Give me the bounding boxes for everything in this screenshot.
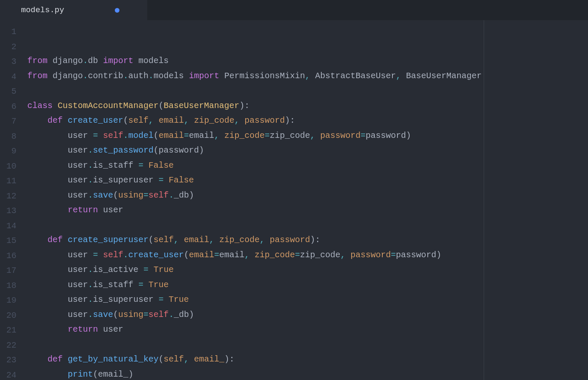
token-param: password [244, 116, 285, 125]
token-kw: import [103, 56, 133, 66]
line-number: 5 [0, 84, 27, 99]
token-op: . [88, 265, 93, 274]
token-op: = [143, 190, 148, 200]
token-param: self [164, 354, 184, 364]
token-const: False [148, 161, 174, 170]
token-plain: BaseUserManager [401, 71, 482, 81]
token-fn: set_password [93, 145, 154, 155]
token-op: = [93, 131, 98, 140]
tab-models-py[interactable]: models.py [0, 0, 147, 20]
token-op: = [295, 250, 300, 260]
token-plain: user [98, 205, 123, 215]
token-param: self [128, 116, 148, 125]
token-plain: ): [224, 354, 234, 364]
token-fn: save [93, 190, 113, 200]
code-line[interactable]: user.is_superuser = True [27, 292, 588, 307]
token-plain: ): [285, 116, 295, 125]
code-line[interactable]: def create_user(self, email, zip_code, p… [27, 113, 588, 128]
line-number: 15 [0, 233, 27, 248]
code-line[interactable]: from django.db import models [27, 53, 588, 69]
token-plain: is_superuser [93, 295, 159, 304]
line-number: 6 [0, 99, 27, 114]
tab-bar: models.py [0, 0, 588, 20]
token-plain: user [27, 190, 88, 200]
token-plain: ( [159, 101, 164, 111]
token-plain: auth [128, 71, 148, 81]
token-param: zip_code [254, 250, 295, 260]
line-number-gutter: 123456789101112131415161718192021222324 [0, 20, 27, 380]
code-line[interactable]: print(email_) [27, 367, 588, 380]
token-plain [249, 250, 254, 260]
token-op: = [93, 250, 98, 260]
token-plain: email [189, 131, 214, 140]
token-plain [27, 116, 48, 125]
code-line[interactable] [27, 83, 588, 98]
token-plain [143, 161, 148, 170]
code-line[interactable]: user.is_superuser = False [27, 173, 588, 188]
code-line[interactable] [27, 218, 588, 233]
token-fn: create_user [128, 250, 184, 260]
token-plain: ( [154, 131, 159, 140]
token-param: zip_code [224, 131, 265, 140]
line-number: 21 [0, 323, 27, 338]
code-line[interactable]: def create_superuser(self, email, zip_co… [27, 232, 588, 248]
token-kw: from [27, 71, 48, 81]
code-line[interactable]: user.save(using=self._db) [27, 188, 588, 203]
token-param: email [189, 250, 214, 260]
code-line[interactable]: user.is_staff = True [27, 277, 588, 293]
token-op: = [159, 175, 164, 185]
code-line[interactable]: from django.contrib.auth.models import P… [27, 69, 588, 84]
token-op: . [123, 250, 128, 260]
code-line[interactable]: user.is_active = True [27, 262, 588, 277]
code-line[interactable]: def get_by_natural_key(self, email_): [27, 352, 588, 367]
token-plain [27, 205, 68, 215]
code-line[interactable] [27, 337, 588, 352]
token-plain: ( [184, 250, 189, 260]
token-op: . [83, 71, 88, 81]
code-editor[interactable]: 123456789101112131415161718192021222324 … [0, 20, 588, 380]
token-kw: def [48, 116, 63, 125]
token-plain [27, 369, 68, 379]
token-plain: ): [239, 101, 249, 111]
token-plain: is_superuser [93, 175, 159, 185]
token-op: . [123, 131, 128, 140]
token-plain [164, 175, 169, 185]
code-line[interactable]: return user [27, 203, 588, 218]
line-number: 22 [0, 338, 27, 353]
code-line[interactable]: class CustomAccountManager(BaseUserManag… [27, 98, 588, 113]
token-op: , [184, 116, 189, 125]
token-cls: BaseUserManager [164, 101, 239, 111]
code-line[interactable]: user.is_staff = False [27, 158, 588, 173]
token-self: self [103, 131, 123, 140]
token-plain [189, 116, 194, 125]
code-line[interactable]: user = self.create_user(email=email, zip… [27, 248, 588, 263]
token-fn: create_user [68, 116, 123, 125]
code-line[interactable]: user = self.model(email=email, zip_code=… [27, 128, 588, 143]
token-param: using [118, 190, 143, 200]
token-kw: import [189, 71, 219, 81]
line-number: 11 [0, 174, 27, 189]
token-op: , [310, 131, 315, 140]
token-plain [214, 235, 219, 245]
code-line[interactable]: user.save(using=self._db) [27, 307, 588, 322]
token-plain: ( [113, 310, 118, 319]
token-plain: ( [123, 116, 128, 125]
token-plain: is_active [93, 265, 143, 274]
token-fn: model [128, 131, 154, 140]
token-plain: ( [113, 190, 118, 200]
code-line[interactable]: user.set_password(password) [27, 143, 588, 158]
token-op: = [143, 310, 148, 319]
token-kw: class [27, 101, 53, 111]
token-op: , [396, 71, 401, 81]
token-plain: (email_) [93, 369, 133, 379]
token-plain: AbstractBaseUser [310, 71, 396, 81]
code-line[interactable]: return user [27, 322, 588, 337]
token-op: , [148, 116, 154, 125]
token-self: self [148, 190, 169, 200]
token-plain: user [27, 310, 88, 319]
code-content[interactable]: from django.db import modelsfrom django.… [27, 20, 588, 380]
token-kw: return [68, 325, 98, 334]
token-plain: _db) [174, 310, 194, 319]
token-plain [98, 250, 103, 260]
token-op: , [305, 71, 310, 81]
